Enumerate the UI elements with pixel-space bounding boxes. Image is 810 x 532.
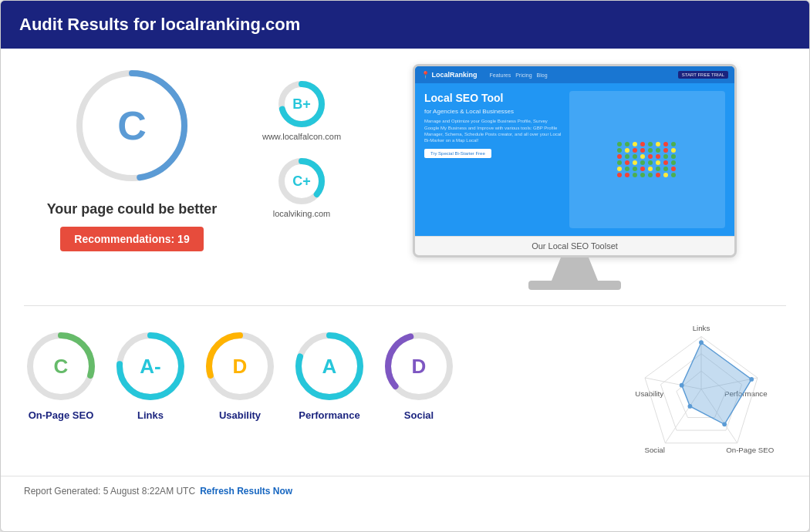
svg-point-31 bbox=[749, 377, 754, 382]
monitor-mockup: 📍 LocalRanking Features Pricing Blog STA… bbox=[413, 64, 737, 258]
monitor-hero-desc: Manage and Optimize your Google Business… bbox=[424, 118, 563, 144]
monitor-nav: 📍 LocalRanking Features Pricing Blog STA… bbox=[415, 66, 734, 83]
cat-grade-usability: D bbox=[233, 355, 248, 379]
radar-chart-area: Links Performance On-Page SEO Social Usa… bbox=[616, 322, 786, 460]
competitor-item: B+ www.localfalcon.com bbox=[255, 79, 348, 141]
cat-circle-performance: A bbox=[292, 329, 366, 403]
svg-point-34 bbox=[680, 383, 684, 388]
monitor-hero-cta: Try Special Bi-Starter Free bbox=[424, 149, 491, 158]
competitor-item-localviking: C+ localviking.com bbox=[255, 157, 348, 218]
section-divider bbox=[24, 305, 786, 306]
top-section: C Your page could be better Recommendati… bbox=[24, 64, 786, 290]
recommendations-button[interactable]: Recommendations: 19 bbox=[60, 227, 203, 251]
report-generated-text: Report Generated: 5 August 8:22AM UTC bbox=[24, 486, 195, 497]
monitor-hero-image bbox=[569, 91, 725, 228]
cat-circle-usability: D bbox=[203, 329, 277, 403]
main-grade-circle: C bbox=[70, 64, 194, 187]
grade-area: C Your page could be better Recommendati… bbox=[24, 64, 240, 251]
cat-grade-performance: A bbox=[322, 355, 337, 379]
competitor-name-localfalcon: www.localfalcon.com bbox=[262, 132, 341, 141]
monitor-hero-text: Local SEO Tool for Agencies & Local Busi… bbox=[424, 91, 563, 228]
category-performance: A Performance bbox=[292, 329, 366, 421]
monitor-hero: Local SEO Tool for Agencies & Local Busi… bbox=[415, 83, 734, 236]
svg-text:On-Page SEO: On-Page SEO bbox=[726, 446, 775, 454]
cat-grade-links: A- bbox=[140, 355, 160, 379]
cat-grade-on-page-seo: C bbox=[54, 355, 69, 379]
svg-point-32 bbox=[722, 422, 727, 426]
monitor-stand bbox=[552, 258, 598, 281]
category-usability: D Usability bbox=[203, 329, 277, 421]
main-content: C Your page could be better Recommendati… bbox=[1, 49, 809, 476]
radar-chart: Links Performance On-Page SEO Social Usa… bbox=[624, 322, 778, 460]
competitor-grade-localfalcon: B+ bbox=[292, 96, 311, 113]
cat-label-links: Links bbox=[137, 409, 164, 421]
monitor-nav-btn: START FREE TRIAL bbox=[678, 71, 728, 79]
cat-label-usability: Usability bbox=[219, 409, 261, 421]
categories-section: C On-Page SEO A- Links bbox=[24, 322, 609, 421]
category-on-page-seo: C On-Page SEO bbox=[24, 329, 98, 421]
svg-marker-29 bbox=[682, 342, 751, 424]
category-social: D Social bbox=[382, 329, 456, 421]
grade-message: Your page could be better bbox=[47, 201, 218, 217]
nav-blog: Blog bbox=[537, 72, 548, 78]
competitors-area: B+ www.localfalcon.com C+ localviking.co… bbox=[255, 64, 348, 218]
svg-point-30 bbox=[699, 340, 704, 345]
svg-point-33 bbox=[687, 404, 692, 409]
monitor-nav-links: Features Pricing Blog bbox=[490, 72, 548, 78]
page-header: Audit Results for localranking.com bbox=[1, 1, 809, 49]
page-title: Audit Results for localranking.com bbox=[19, 15, 300, 34]
main-grade-letter: C bbox=[117, 103, 147, 149]
nav-pricing: Pricing bbox=[515, 72, 532, 78]
refresh-results-link[interactable]: Refresh Results Now bbox=[200, 486, 292, 497]
competitor-circle-localfalcon: B+ bbox=[277, 79, 326, 129]
cat-circle-links: A- bbox=[113, 329, 187, 403]
monitor-area: 📍 LocalRanking Features Pricing Blog STA… bbox=[363, 64, 786, 290]
bottom-section: C On-Page SEO A- Links bbox=[24, 322, 786, 460]
cat-grade-social: D bbox=[412, 355, 427, 379]
cat-circle-on-page-seo: C bbox=[24, 329, 98, 403]
monitor-screen: 📍 LocalRanking Features Pricing Blog STA… bbox=[415, 66, 734, 236]
cat-label-on-page-seo: On-Page SEO bbox=[29, 409, 94, 421]
svg-text:Usability: Usability bbox=[635, 389, 663, 398]
competitor-grade-localviking: C+ bbox=[292, 173, 311, 190]
footer-bar: Report Generated: 5 August 8:22AM UTC Re… bbox=[1, 476, 809, 506]
category-links: A- Links bbox=[113, 329, 187, 421]
audit-window: Audit Results for localranking.com C You… bbox=[0, 0, 810, 532]
competitor-name-localviking: localviking.com bbox=[273, 209, 331, 218]
cat-label-social: Social bbox=[404, 409, 434, 421]
map-dots-grid bbox=[614, 139, 680, 180]
monitor-hero-title: Local SEO Tool bbox=[424, 91, 563, 105]
svg-text:Links: Links bbox=[693, 324, 710, 332]
svg-text:Social: Social bbox=[644, 446, 664, 454]
competitor-circle-localviking: C+ bbox=[277, 157, 326, 206]
monitor-hero-subtitle: for Agencies & Local Businesses bbox=[424, 108, 563, 115]
cat-circle-social: D bbox=[382, 329, 456, 403]
cat-label-performance: Performance bbox=[299, 409, 359, 421]
monitor-footer: Our Local SEO Toolset bbox=[415, 236, 734, 255]
monitor-base bbox=[528, 281, 621, 290]
nav-features: Features bbox=[490, 72, 511, 78]
monitor-logo: 📍 LocalRanking bbox=[421, 71, 478, 79]
